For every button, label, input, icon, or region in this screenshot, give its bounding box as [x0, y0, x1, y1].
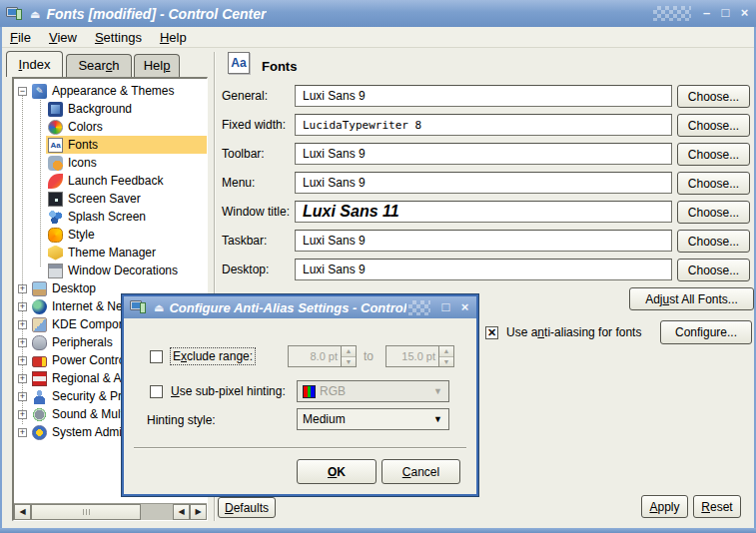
- spin-up-icon[interactable]: ▲: [439, 346, 453, 357]
- adjust-all-fonts-button[interactable]: Adjust All Fonts...: [629, 287, 754, 310]
- exclude-range-checkbox[interactable]: [150, 350, 163, 363]
- window-frame: [0, 528, 756, 533]
- tab-help[interactable]: Help: [134, 54, 180, 77]
- font-row-label: General:: [222, 89, 268, 103]
- tree-item-window-decorations[interactable]: Window Decorations: [16, 262, 207, 279]
- tree-expander[interactable]: +: [18, 392, 27, 401]
- titlebar-pattern-decoration: [653, 6, 691, 21]
- control-center-app-icon: [130, 300, 146, 314]
- theme-manager-icon: [48, 246, 63, 261]
- tree-item-label: Colors: [68, 120, 103, 134]
- dialog-maximize-button[interactable]: □: [438, 300, 453, 315]
- subpixel-checkbox[interactable]: [150, 385, 163, 398]
- ok-button[interactable]: OK: [297, 459, 377, 484]
- exclude-range-label[interactable]: Exclude range:: [171, 348, 255, 364]
- tree-item-label: Power Control: [52, 353, 128, 367]
- fonts-module-icon: [228, 52, 250, 74]
- rgb-stripes-icon: [303, 385, 316, 398]
- choose-button[interactable]: Choose...: [677, 259, 750, 281]
- close-button[interactable]: ×: [737, 6, 752, 21]
- menu-settings[interactable]: Settings: [86, 28, 151, 47]
- reset-button[interactable]: Reset: [693, 495, 741, 518]
- dialog-close-button[interactable]: ×: [457, 300, 472, 315]
- defaults-button[interactable]: Defaults: [218, 497, 276, 518]
- spin-up-icon[interactable]: ▲: [342, 346, 356, 357]
- antialias-checkbox[interactable]: [485, 326, 498, 339]
- tree-item-theme-manager[interactable]: Theme Manager: [16, 244, 207, 262]
- tree-expander[interactable]: +: [18, 428, 27, 437]
- tree-expander[interactable]: +: [18, 284, 27, 293]
- spin-down-icon[interactable]: ▼: [439, 357, 453, 367]
- tree-item-colors[interactable]: Colors: [16, 118, 207, 136]
- font-row-label: Menu:: [222, 176, 255, 190]
- tree-item-icons[interactable]: Icons: [16, 154, 207, 172]
- antialias-checkbox-label[interactable]: Use anti-aliasing for fonts: [506, 325, 641, 339]
- choose-button[interactable]: Choose...: [677, 201, 750, 224]
- launch-feedback-icon: [48, 174, 63, 189]
- menu-view[interactable]: View: [40, 28, 86, 47]
- tree-item-style[interactable]: Style: [16, 226, 207, 244]
- spin-down-icon[interactable]: ▼: [342, 357, 356, 367]
- scrollbar-track[interactable]: [141, 504, 173, 520]
- tree-expander[interactable]: +: [18, 356, 27, 365]
- exclude-from-spinner[interactable]: 8.0 pt ▲▼: [288, 345, 357, 367]
- tree-item-background[interactable]: Background: [16, 100, 207, 118]
- subpixel-dropdown[interactable]: RGB ▼: [297, 380, 449, 402]
- subpixel-value: RGB: [320, 384, 346, 398]
- kde-components-icon: [32, 317, 47, 332]
- choose-button[interactable]: Choose...: [677, 230, 750, 253]
- dialog-body: Exclude range: 8.0 pt ▲▼ to 15.0 pt ▲▼ U…: [124, 318, 476, 494]
- scrollbar-thumb[interactable]: [31, 504, 141, 520]
- cancel-button[interactable]: Cancel: [381, 459, 460, 484]
- spinner-arrows[interactable]: ▲▼: [438, 346, 453, 366]
- choose-button[interactable]: Choose...: [677, 172, 750, 195]
- tree-item-fonts[interactable]: Fonts: [16, 136, 207, 154]
- subpixel-label[interactable]: Use sub-pixel hinting:: [171, 384, 286, 398]
- tree-horizontal-scrollbar[interactable]: ◀ ◀ ▶: [14, 503, 207, 520]
- chevron-down-icon: ▼: [433, 414, 442, 424]
- tree-expander[interactable]: +: [18, 410, 27, 419]
- tree-item-label: Window Decorations: [68, 264, 178, 277]
- tab-index[interactable]: Index: [6, 51, 63, 77]
- scroll-left-icon[interactable]: ◀: [14, 504, 31, 520]
- choose-button[interactable]: Choose...: [677, 85, 750, 108]
- tree-item-label: Fonts: [68, 138, 98, 152]
- configure-button[interactable]: Configure...: [660, 320, 752, 344]
- tree-expander[interactable]: +: [18, 320, 27, 329]
- hinting-style-dropdown[interactable]: Medium ▼: [297, 408, 449, 430]
- window-title: Fonts [modified] - Control Center: [46, 6, 266, 22]
- font-row-label: Fixed width:: [222, 118, 286, 132]
- maximize-button[interactable]: □: [718, 6, 733, 21]
- dialog-separator: [134, 447, 466, 449]
- choose-button[interactable]: Choose...: [677, 114, 750, 137]
- exclude-to-value: 15.0 pt: [386, 346, 438, 366]
- menu-help[interactable]: Help: [151, 28, 196, 47]
- background-icon: [48, 102, 63, 117]
- tree-item-launch-feedback[interactable]: Launch Feedback: [16, 172, 207, 190]
- antialias-row: Use anti-aliasing for fonts: [485, 325, 641, 339]
- menu-file[interactable]: File: [1, 28, 40, 47]
- tree-expander[interactable]: +: [18, 302, 27, 311]
- tree-expander[interactable]: +: [18, 338, 27, 347]
- tree-expander[interactable]: +: [18, 374, 27, 383]
- scroll-left-icon[interactable]: ◀: [173, 504, 190, 520]
- scroll-right-icon[interactable]: ▶: [190, 504, 207, 520]
- font-row-toolbar: Toolbar: Luxi Sans 9 Choose...: [218, 143, 756, 165]
- apply-button[interactable]: Apply: [641, 495, 688, 518]
- tree-item-label: Splash Screen: [68, 210, 146, 224]
- exclude-to-spinner[interactable]: 15.0 pt ▲▼: [385, 345, 454, 367]
- choose-button[interactable]: Choose...: [677, 143, 750, 166]
- dialog-shade-button-icon[interactable]: ⏏: [154, 302, 164, 312]
- tree-item-appearance[interactable]: −Appearance & Themes: [16, 82, 207, 100]
- tree-expander[interactable]: −: [18, 87, 27, 96]
- tree-item-label: Style: [68, 228, 95, 242]
- shade-button-icon[interactable]: ⏏: [30, 9, 40, 19]
- tree-item-screen-saver[interactable]: Screen Saver: [16, 190, 207, 208]
- spinner-arrows[interactable]: ▲▼: [341, 346, 356, 366]
- dialog-titlebar[interactable]: ⏏ Configure Anti-Alias Settings - Contro…: [124, 296, 476, 318]
- tab-search[interactable]: Search: [66, 54, 132, 77]
- window-titlebar[interactable]: ⏏ Fonts [modified] - Control Center – □ …: [0, 0, 756, 27]
- minimize-button[interactable]: –: [699, 6, 714, 21]
- tree-item-splash-screen[interactable]: Splash Screen: [16, 208, 207, 226]
- internet-icon: [32, 299, 47, 314]
